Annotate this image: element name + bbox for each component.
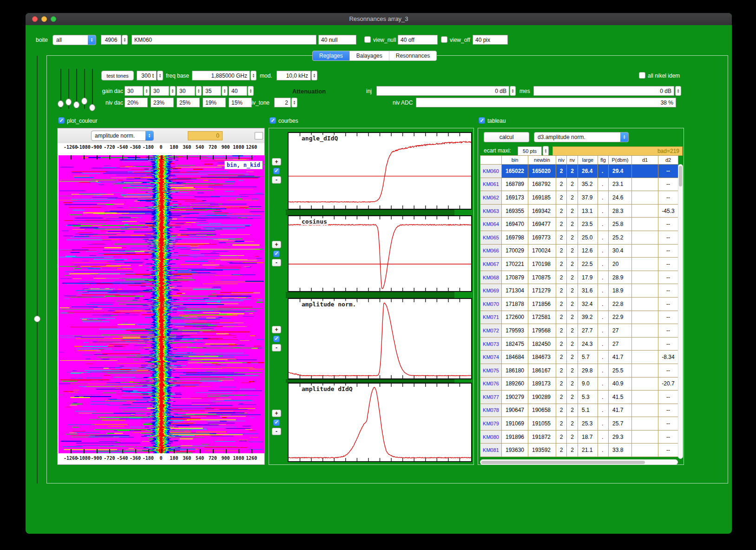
cell-newbin[interactable]: 165020 xyxy=(528,165,556,178)
niv-tone-field[interactable]: 2 xyxy=(274,98,291,107)
cell-newbin[interactable]: 191872 xyxy=(528,430,556,444)
table-horizontal-scrollbar-thumb[interactable] xyxy=(481,461,645,464)
cell-d1[interactable] xyxy=(632,231,658,244)
cell-d1[interactable] xyxy=(632,391,658,404)
zoom-out-button[interactable]: - xyxy=(272,259,281,266)
tab-resonnances[interactable]: Resonnances xyxy=(389,51,436,60)
cell-niv[interactable]: 2 xyxy=(556,244,567,258)
courbes-checkbox[interactable]: ✓ xyxy=(270,117,276,124)
kid-id-cell[interactable]: KM069 xyxy=(480,284,502,298)
kid-id-cell[interactable]: KM064 xyxy=(480,218,502,231)
cell-nv[interactable]: 2 xyxy=(567,204,578,218)
view-off-checkbox[interactable] xyxy=(441,36,447,43)
cell-newbin[interactable]: 184673 xyxy=(528,351,556,364)
cell-d1[interactable] xyxy=(632,324,658,338)
cell-d1[interactable] xyxy=(632,404,658,417)
cell-nv[interactable]: 2 xyxy=(567,258,578,271)
table-row[interactable]: KM0801918961918722218.7.29.3-- xyxy=(480,430,678,444)
cell-flg[interactable]: . xyxy=(598,218,609,231)
cell-d2[interactable]: -- xyxy=(658,178,678,191)
cell-newbin[interactable]: 169342 xyxy=(528,204,556,218)
table-row[interactable]: KM077190279190289225.3.41.5-- xyxy=(480,391,678,404)
number-field[interactable]: 4906 xyxy=(101,35,121,45)
kid-name-input[interactable]: KM060 xyxy=(131,35,316,45)
cell-niv[interactable]: 2 xyxy=(556,430,567,444)
cell-p[interactable]: 23.1 xyxy=(609,178,632,191)
kid-id-cell[interactable]: KM079 xyxy=(480,417,502,431)
curve-plot-2[interactable]: amplitude norm. xyxy=(288,298,472,379)
cell-d1[interactable] xyxy=(632,311,658,324)
kid-id-cell[interactable]: KM065 xyxy=(480,231,502,244)
table-row[interactable]: KM0621691731691852237.9.24.6-- xyxy=(480,191,678,205)
cell-nv[interactable]: 2 xyxy=(567,218,578,231)
cell-large[interactable]: 5.1 xyxy=(578,404,598,417)
color-plot-mode-select[interactable]: amplitude norm. ▲▼ xyxy=(91,131,154,141)
kid-id-cell[interactable]: KM081 xyxy=(480,444,502,457)
cell-flg[interactable]: . xyxy=(598,165,609,178)
niv-tone-stepper[interactable]: ▲▼ xyxy=(291,98,297,107)
cell-large[interactable]: 31.6 xyxy=(578,284,598,298)
cell-niv[interactable]: 2 xyxy=(556,258,567,271)
cell-p[interactable]: 22.8 xyxy=(609,297,632,311)
mod-stepper[interactable]: ▲▼ xyxy=(311,71,317,80)
kid-id-cell[interactable]: KM076 xyxy=(480,377,502,391)
cell-niv[interactable]: 2 xyxy=(556,297,567,311)
cell-d1[interactable] xyxy=(632,444,658,457)
table-row[interactable]: KM0631693551693422213.1.28.3-45.3 xyxy=(480,204,678,218)
cell-newbin[interactable]: 169477 xyxy=(528,218,556,231)
gain-dac-field-4[interactable]: 40 xyxy=(229,86,247,96)
view-null-checkbox[interactable] xyxy=(364,36,371,43)
kid-id-cell[interactable]: KM073 xyxy=(480,337,502,351)
cell-d2[interactable]: -- xyxy=(658,444,678,457)
cell-bin[interactable]: 170029 xyxy=(502,244,528,258)
cell-flg[interactable]: . xyxy=(598,204,609,218)
curve-visible-checkbox[interactable]: ✓ xyxy=(273,251,280,257)
zoom-in-button[interactable]: + xyxy=(272,158,281,166)
cell-d1[interactable] xyxy=(632,337,658,351)
cell-large[interactable]: 5.7 xyxy=(578,351,598,364)
cell-d1[interactable] xyxy=(632,218,658,231)
cell-nv[interactable]: 2 xyxy=(567,404,578,417)
cell-p[interactable]: 41.5 xyxy=(609,391,632,404)
cell-bin[interactable]: 171878 xyxy=(502,297,528,311)
cell-large[interactable]: 25.0 xyxy=(578,231,598,244)
cell-d1[interactable] xyxy=(632,284,658,298)
kid-id-cell[interactable]: KM061 xyxy=(480,178,502,191)
niv-adc-field[interactable]: 38 % xyxy=(416,98,676,107)
cell-p[interactable]: 40.9 xyxy=(609,377,632,391)
cell-large[interactable]: 23.5 xyxy=(578,218,598,231)
gain-dac-field-2[interactable]: 30 xyxy=(177,86,195,96)
curve-plot-1[interactable]: cosinus xyxy=(288,215,472,292)
cell-nv[interactable]: 2 xyxy=(567,178,578,191)
niv-dac-field-2[interactable]: 25% xyxy=(177,98,200,107)
cell-p[interactable]: 41.7 xyxy=(609,351,632,364)
cell-bin[interactable]: 179593 xyxy=(502,324,528,338)
tones-count-field[interactable]: 300 t xyxy=(137,71,157,80)
cell-p[interactable]: 30.4 xyxy=(609,244,632,258)
cell-flg[interactable]: . xyxy=(598,417,609,431)
cell-flg[interactable]: . xyxy=(598,364,609,377)
cell-newbin[interactable]: 170024 xyxy=(528,244,556,258)
cell-p[interactable]: 22.9 xyxy=(609,311,632,324)
cell-large[interactable]: 21.1 xyxy=(578,444,598,457)
cell-nv[interactable]: 2 xyxy=(567,364,578,377)
cell-d2[interactable]: -20.7 xyxy=(658,377,678,391)
cell-niv[interactable]: 2 xyxy=(556,218,567,231)
tableau-checkbox[interactable]: ✓ xyxy=(479,117,485,124)
calcul-button[interactable]: calcul xyxy=(484,132,529,142)
table-row[interactable]: KM0791910691910552225.3.25.7-- xyxy=(480,417,678,431)
cell-bin[interactable]: 191896 xyxy=(502,430,528,444)
kid-id-cell[interactable]: KM067 xyxy=(480,258,502,271)
cell-flg[interactable]: . xyxy=(598,191,609,205)
dac-slider-knob[interactable] xyxy=(58,100,64,107)
kid-id-cell[interactable]: KM074 xyxy=(480,351,502,364)
cell-p[interactable]: 25.7 xyxy=(609,417,632,431)
cell-d1[interactable] xyxy=(632,204,658,218)
table-row[interactable]: KM0691713041712792231.6.18.9-- xyxy=(480,284,678,298)
cell-d2[interactable]: -- xyxy=(658,430,678,444)
cell-large[interactable]: 39.2 xyxy=(578,311,598,324)
table-vertical-scrollbar[interactable] xyxy=(678,164,683,459)
cell-niv[interactable]: 2 xyxy=(556,364,567,377)
cell-bin[interactable]: 165022 xyxy=(502,165,528,178)
cell-p[interactable]: 27 xyxy=(609,337,632,351)
